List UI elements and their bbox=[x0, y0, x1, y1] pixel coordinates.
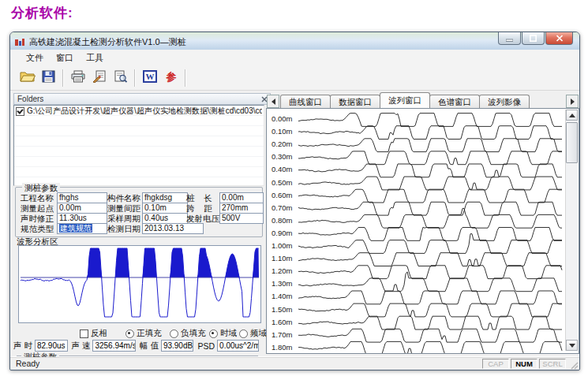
right-panel: 曲线窗口数据窗口波列窗口色谱窗口波列影像 0.00m0.10m0.20m0.30… bbox=[266, 93, 579, 354]
folders-list[interactable]: G:\公司产品设计开发\超声仪器\超声仪实地检测数据\测桩cd\cd03\cd0… bbox=[13, 105, 264, 186]
param-label: 测量间距 bbox=[107, 203, 140, 214]
param-value-field[interactable]: 0.00m bbox=[57, 203, 107, 214]
depth-label: 1.80m bbox=[272, 343, 292, 352]
print-icon bbox=[70, 70, 86, 86]
depth-label: 0.90m bbox=[272, 229, 292, 237]
scroll-down-button[interactable] bbox=[566, 340, 578, 351]
radio-icon[interactable] bbox=[209, 329, 218, 338]
indicator-scrl: SCRL bbox=[539, 359, 566, 369]
readout-label: 幅 值 bbox=[140, 341, 159, 352]
tabs: 曲线窗口数据窗口波列窗口色谱窗口波列影像 bbox=[280, 93, 529, 108]
param-value-field[interactable]: 建筑规范 bbox=[57, 223, 107, 234]
depth-label: 1.20m bbox=[272, 266, 292, 275]
menu-bar: 文件窗口工具 bbox=[10, 50, 579, 67]
status-bar: Ready CAPNUMSCRL bbox=[10, 356, 579, 370]
titlebar[interactable]: 高铁建浇混凝土检测分析软件V1.0—测桩 bbox=[10, 32, 579, 50]
folder-item[interactable]: G:\公司产品设计开发\超声仪器\超声仪实地检测数据\测桩cd\cd03\cd0… bbox=[14, 106, 264, 117]
minimize-button[interactable] bbox=[498, 32, 521, 45]
menu-item-file[interactable]: 文件 bbox=[20, 50, 50, 65]
depth-label: 1.30m bbox=[272, 279, 292, 288]
page-heading: 分析软件: bbox=[11, 4, 73, 22]
status-text: Ready bbox=[16, 359, 39, 368]
waveform-readouts-row: 声 时82.90us声 速3256.94m/s幅 值93.90dBPSD0.00… bbox=[13, 340, 263, 352]
indicator-cap: CAP bbox=[482, 359, 509, 369]
param-value-field[interactable]: fhgkdsg bbox=[142, 192, 188, 203]
param-value-field[interactable]: 0.40us bbox=[142, 213, 188, 224]
folders-panel-header[interactable]: Folders bbox=[13, 93, 271, 105]
depth-label: 1.10m bbox=[272, 254, 292, 262]
folder-checkbox[interactable] bbox=[16, 107, 24, 116]
svg-text:参: 参 bbox=[165, 71, 176, 83]
param-label: 构件名称 bbox=[107, 193, 140, 204]
maximize-button[interactable] bbox=[522, 32, 545, 45]
wavetrain-view: 0.00m0.10m0.20m0.30m0.40m0.50m0.60m0.70m… bbox=[266, 108, 579, 354]
word-icon: W bbox=[143, 70, 157, 86]
close-button[interactable] bbox=[545, 32, 573, 45]
window-controls bbox=[497, 32, 573, 45]
tab-5[interactable]: 波列影像 bbox=[479, 95, 530, 108]
tab-3[interactable]: 波列窗口 bbox=[380, 92, 430, 108]
param-value-field[interactable]: 270mm bbox=[219, 203, 264, 214]
tab-scroll-right-button[interactable] bbox=[566, 95, 579, 108]
readout-value-field[interactable]: 3256.94m/s bbox=[92, 340, 136, 352]
fill-negative-radio[interactable]: 负填充 bbox=[170, 328, 206, 339]
radio-icon[interactable] bbox=[125, 329, 134, 338]
depth-label: 0.70m bbox=[272, 203, 292, 212]
depth-label: 1.60m bbox=[272, 318, 292, 326]
depth-label: 0.20m bbox=[272, 140, 292, 148]
print-preview-icon bbox=[114, 70, 128, 86]
fill-positive-radio[interactable]: 正填充 bbox=[125, 328, 162, 339]
save-button[interactable] bbox=[38, 69, 59, 88]
radio-icon[interactable] bbox=[239, 329, 248, 338]
menu-item-window[interactable]: 窗口 bbox=[50, 50, 80, 65]
svg-text:W: W bbox=[145, 72, 154, 81]
readout-label: 声 速 bbox=[72, 341, 91, 352]
pile-params-group: 测桩参数 工程名称fhghs构件名称fhgkdsg桩 长0.00m测量起点0.0… bbox=[15, 187, 263, 237]
param-button[interactable]: 参 bbox=[160, 69, 182, 88]
readout-value-field[interactable]: 0.00us^2/m bbox=[217, 340, 259, 352]
param-value-field[interactable]: fhghs bbox=[57, 192, 107, 203]
resize-grip[interactable] bbox=[568, 359, 579, 369]
tab-bar: 曲线窗口数据窗口波列窗口色谱窗口波列影像 bbox=[266, 93, 579, 108]
tab-1[interactable]: 曲线窗口 bbox=[280, 95, 331, 108]
toolbar-separator bbox=[185, 69, 186, 87]
readout-value-field[interactable]: 82.90us bbox=[35, 340, 68, 352]
fill-negative-radio-label: 负填充 bbox=[181, 328, 206, 339]
param-value-field[interactable]: 500V bbox=[219, 213, 264, 224]
depth-label: 0.00m bbox=[272, 114, 292, 123]
checkbox-icon[interactable] bbox=[80, 329, 88, 338]
waveform-plot bbox=[18, 245, 261, 323]
param-value-field[interactable]: 11.30us bbox=[57, 213, 107, 224]
toolbar-separator bbox=[134, 69, 136, 87]
fill-positive-radio-label: 正填充 bbox=[137, 328, 162, 339]
invert-checkbox-label: 反相 bbox=[91, 328, 107, 339]
print-button[interactable] bbox=[67, 69, 88, 88]
tab-4[interactable]: 色谱窗口 bbox=[429, 95, 480, 108]
word-button[interactable]: W bbox=[139, 69, 160, 88]
readout-value-field[interactable]: 93.90dB bbox=[161, 340, 194, 352]
depth-label: 0.50m bbox=[272, 178, 292, 187]
param-icon: 参 bbox=[165, 70, 178, 86]
toolbar-separator bbox=[62, 69, 64, 87]
menu-item-tools[interactable]: 工具 bbox=[80, 50, 110, 65]
export-button[interactable] bbox=[88, 69, 110, 88]
print-preview-button[interactable] bbox=[110, 69, 131, 88]
invert-checkbox[interactable]: 反相 bbox=[80, 328, 107, 339]
app-window: 高铁建浇混凝土检测分析软件V1.0—测桩 文件窗口工具 W参 Folders G… bbox=[9, 32, 580, 370]
freq-domain-radio-label: 频域 bbox=[250, 328, 267, 339]
tab-2[interactable]: 数据窗口 bbox=[330, 95, 380, 108]
scroll-up-button[interactable] bbox=[566, 110, 578, 121]
tab-scroll-left-button[interactable] bbox=[267, 95, 279, 108]
vertical-scrollbar[interactable] bbox=[565, 110, 578, 351]
indicator-num: NUM bbox=[511, 359, 537, 369]
time-domain-radio[interactable]: 时域 bbox=[209, 328, 237, 339]
scrollbar-thumb[interactable] bbox=[566, 122, 578, 163]
param-label: 桩 长 bbox=[186, 193, 212, 204]
open-folder-button[interactable] bbox=[17, 69, 38, 88]
param-value-field[interactable]: 2013.03.13 bbox=[142, 223, 204, 234]
freq-domain-radio[interactable]: 频域 bbox=[239, 328, 267, 339]
radio-icon[interactable] bbox=[170, 329, 178, 338]
save-icon bbox=[42, 70, 55, 86]
param-value-field[interactable]: 0.00m bbox=[219, 192, 264, 203]
param-value-field[interactable]: 0.10m bbox=[142, 203, 188, 214]
